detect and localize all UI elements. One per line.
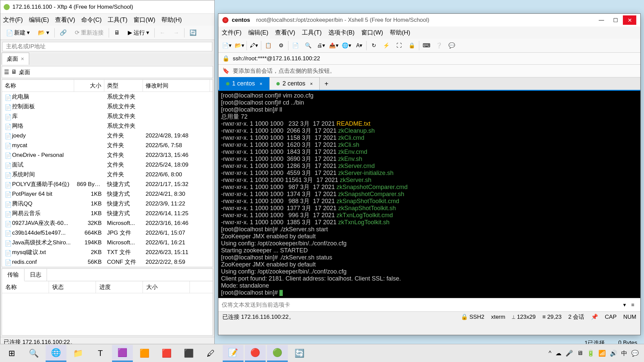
close-icon[interactable]: × (21, 56, 24, 62)
volume-icon[interactable]: 🔊 (610, 350, 617, 357)
idea-task[interactable]: 🟪 (112, 345, 133, 362)
col-name[interactable]: 名称 (2, 80, 74, 92)
explorer-task[interactable]: 📁 (68, 345, 89, 362)
menu-icon[interactable]: ≡ (629, 302, 637, 308)
file-row[interactable]: 📄Java高级技术之Shiro...194KBMicrosoft...2022/… (2, 238, 213, 247)
file-row[interactable]: 📄redis.conf56KBCONF 文件2022/2/22, 8:59 (2, 257, 213, 267)
windows-taskbar[interactable]: ⊞ 🔍 🌐 📁 T 🟪 🟧 🟥 ⬛ 🖊 📝 🔴 🟢 🔄 ^ ☁ 🎤 🖥 🔋 📶 … (0, 344, 644, 362)
file-row[interactable]: 📄POLYV直播助手(64位)869 Bytes快捷方式2022/1/17, 1… (2, 179, 213, 189)
xftp-titlebar[interactable]: 172.16.116.100 - Xftp 4 (Free for Home/S… (0, 0, 214, 14)
file-row[interactable]: 📄此电脑系统文件夹 (2, 92, 213, 102)
file-row[interactable]: 📄mycat文件夹2022/5/6, 7:58 (2, 140, 213, 150)
transfer-button[interactable]: 📤▾ (328, 40, 339, 51)
menu-item[interactable]: 选项卡(B) (328, 28, 355, 37)
fullscreen-icon[interactable]: ⛶ (393, 40, 405, 51)
chevron-up-icon[interactable]: ^ (549, 350, 551, 357)
maximize-button[interactable]: ☐ (609, 15, 622, 25)
search-button[interactable]: 🔍 (303, 40, 314, 51)
col-time[interactable]: 修改时间 (143, 80, 210, 92)
globe-button[interactable]: 🌐▾ (341, 40, 352, 51)
disconnect-icon[interactable]: ⚡ (381, 40, 392, 51)
menu-item[interactable]: 编辑(E) (29, 16, 49, 24)
text-task[interactable]: T (90, 345, 111, 362)
bookmark-icon[interactable]: 🔖 (222, 67, 229, 74)
start-button[interactable]: ⊞ (1, 345, 22, 362)
file-row[interactable]: 📄c39b144def51e497...664KBJPG 文件2022/6/1,… (2, 228, 213, 238)
tcol-name[interactable]: 名称 (2, 281, 49, 293)
session-tab[interactable]: 2 centos× (269, 77, 320, 90)
back-button[interactable]: ← (157, 28, 168, 38)
menu-item[interactable]: 编辑(E) (248, 28, 268, 37)
lock-icon[interactable]: 🔒 (406, 40, 418, 51)
cmd-task[interactable]: ⬛ (178, 345, 199, 362)
col-type[interactable]: 类型 (104, 80, 143, 92)
menu-item[interactable]: 文件(F) (3, 16, 23, 24)
file-row[interactable]: 📄网络系统文件夹 (2, 121, 213, 131)
menu-item[interactable]: 工具(T) (302, 28, 322, 37)
notifications-icon[interactable]: 💬 (631, 350, 639, 357)
wifi-icon[interactable]: 📶 (598, 350, 606, 357)
xftp-task[interactable]: 🟢 (267, 345, 288, 362)
address-input[interactable] (2, 42, 212, 51)
list-view-icon[interactable]: ☰ (4, 69, 9, 76)
log-tab[interactable]: 日志 (24, 269, 47, 281)
mic-icon[interactable]: 🎤 (566, 350, 573, 357)
sync-task[interactable]: 🔄 (289, 345, 310, 362)
file-row[interactable]: 📄面试文件夹2022/5/24, 18:09 (2, 160, 213, 170)
copy-button[interactable]: 📋 (263, 40, 274, 51)
sync-button[interactable]: 🔄 (186, 27, 200, 38)
cloud-icon[interactable]: ☁ (555, 350, 561, 357)
font-button[interactable]: A▾ (354, 40, 365, 51)
xampp-task[interactable]: 🟧 (134, 345, 155, 362)
add-tab-button[interactable]: + (320, 78, 333, 90)
file-row[interactable]: 📄PotPlayer 64 bit1KB快捷方式2022/4/21, 8:30 (2, 189, 213, 199)
tcol-progress[interactable]: 进度 (96, 281, 143, 293)
session-tab[interactable]: 1 centos× (219, 77, 269, 90)
pen-task[interactable]: 🖊 (201, 345, 221, 362)
chrome-task[interactable]: 🌐 (46, 345, 66, 362)
menu-item[interactable]: 帮助(H) (390, 28, 410, 37)
xshell-task[interactable]: 🔴 (245, 345, 266, 362)
file-row[interactable]: 📄系统时间文件夹2022/6/6, 8:00 (2, 170, 213, 179)
close-icon[interactable]: × (310, 81, 313, 86)
dropdown-icon[interactable]: ▾ (621, 302, 629, 308)
path-bar[interactable]: ☰ 🖥 桌面 (2, 66, 213, 78)
xshell-titlebar[interactable]: centos root@localhost:/opt/zookeeper/bin… (218, 14, 640, 26)
ime-icon[interactable]: 中 (621, 349, 627, 357)
menu-item[interactable]: 查看(V) (55, 16, 75, 24)
file-row[interactable]: 📄mysql建议.txt2KBTXT 文件2022/6/23, 15:11 (2, 247, 213, 257)
menu-item[interactable]: 查看(V) (275, 28, 295, 37)
notepad-task[interactable]: 📝 (223, 345, 244, 362)
terminal[interactable]: [root@localhost conf]# vim zoo.cfg[root@… (218, 91, 640, 298)
file-row[interactable]: 📄OneDrive - Personal文件夹2022/3/13, 15:46 (2, 150, 213, 160)
chat-icon[interactable]: 💬 (446, 40, 458, 51)
col-size[interactable]: 大小 (74, 80, 104, 92)
menu-item[interactable]: 窗口(W) (133, 16, 155, 24)
print-button[interactable]: 🖨▾ (315, 40, 327, 51)
open-folder-button[interactable]: 📂▾ (35, 27, 52, 38)
link-button[interactable]: 🔗 (57, 27, 70, 38)
battery-icon[interactable]: 🔋 (587, 350, 594, 357)
pin-icon[interactable]: 📌 (591, 313, 598, 320)
transfer-tab[interactable]: 传输 (2, 269, 24, 281)
new-session-button[interactable]: 📄 新建 ▾ (3, 27, 33, 38)
search-button[interactable]: 🔍 (23, 345, 44, 362)
connection-url[interactable]: ssh://root:****@172.16.116.100:22 (233, 55, 320, 62)
file-row[interactable]: 📄网易云音乐1KB快捷方式2022/6/14, 11:25 (2, 208, 213, 218)
open-button[interactable]: 📂▾ (234, 40, 245, 51)
menu-item[interactable]: 工具(T) (108, 16, 127, 24)
menu-item[interactable]: 命令(C) (81, 16, 102, 24)
file-row[interactable]: 📄控制面板系统文件夹 (2, 102, 213, 111)
menu-item[interactable]: 窗口(W) (361, 28, 383, 37)
menu-item[interactable]: 帮助(H) (161, 16, 182, 24)
reconnect-icon[interactable]: ↻ (368, 40, 379, 51)
system-tray[interactable]: ^ ☁ 🎤 🖥 🔋 📶 🔊 中 💬 (549, 349, 643, 357)
paste-button[interactable]: 📄 (290, 40, 301, 51)
ppt-task[interactable]: 🟥 (156, 345, 177, 362)
tcol-size[interactable]: 大小 (143, 281, 190, 293)
menu-item[interactable]: 文件(F) (222, 28, 241, 37)
forward-button[interactable]: → (170, 28, 182, 38)
file-row[interactable]: 📄0927JAVA座次表-60...32KBMicrosoft...2022/3… (2, 218, 213, 228)
run-button[interactable]: ▶运行 ▾ (125, 27, 152, 38)
display-icon[interactable]: 🖥 (577, 350, 583, 357)
